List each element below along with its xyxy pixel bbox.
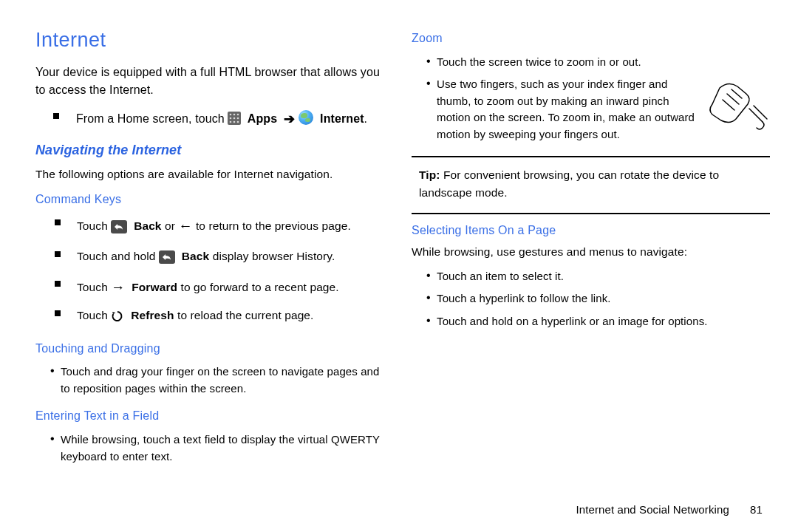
tip-box: Tip: For convenient browsing, you can ro… — [412, 165, 770, 202]
globe-icon — [299, 110, 313, 125]
page-number: 81 — [750, 503, 763, 516]
page-title: Internet — [35, 25, 385, 56]
text: Touch and hold — [77, 250, 159, 262]
back-curved-arrow-icon — [111, 220, 127, 238]
text: Touching and Dragging — [35, 342, 160, 355]
svg-point-9 — [237, 121, 239, 123]
list-item: Touch and hold Back display browser Hist… — [55, 243, 385, 273]
footer-section-label: Internet and Social Networking — [576, 503, 729, 516]
tip-label: Tip: — [419, 168, 440, 181]
list-item: Touch → Forward to go forward to a recen… — [55, 273, 385, 303]
refresh-icon — [111, 310, 124, 327]
svg-point-6 — [237, 117, 239, 120]
right-column: Zoom Touch the screen twice to zoom in o… — [412, 25, 770, 471]
text: or — [165, 219, 178, 232]
entering-text-heading: Entering Text in a Field — [35, 407, 385, 426]
list-item: While browsing, touch a text field to di… — [50, 429, 385, 468]
zoom-list: Touch the screen twice to zoom in or out… — [412, 51, 770, 146]
divider — [412, 213, 770, 214]
back-label: Back — [178, 250, 209, 262]
touch-drag-list: Touch and drag your finger on the screen… — [35, 361, 385, 400]
forward-label: Forward — [129, 281, 177, 293]
text: to return to the previous page. — [196, 219, 351, 232]
internet-label: Internet — [317, 112, 364, 125]
manual-page: Internet Your device is equipped with a … — [0, 0, 798, 532]
list-item: Touch Back or ← to return to the previou… — [55, 211, 385, 242]
refresh-label: Refresh — [128, 309, 174, 321]
svg-point-2 — [233, 114, 236, 116]
entering-text-list: While browsing, touch a text field to di… — [35, 429, 385, 468]
svg-point-7 — [230, 121, 232, 123]
svg-point-4 — [230, 117, 232, 120]
svg-point-1 — [230, 114, 232, 116]
zoom-heading: Zoom — [412, 30, 770, 48]
two-column-layout: Internet Your device is equipped with a … — [35, 25, 770, 471]
forward-arrow-icon: → — [111, 277, 125, 299]
list-item: Touch a hyperlink to follow the link. — [426, 287, 770, 310]
navigating-heading: Navigating the Internet — [35, 140, 385, 161]
selecting-list: Touch an item to select it. Touch a hype… — [412, 265, 770, 333]
list-item: Use two fingers, such as your index fing… — [426, 73, 770, 146]
divider — [412, 156, 770, 157]
selecting-intro: While browsing, use gestures and menus t… — [412, 243, 770, 261]
tip-text: For convenient browsing, you can rotate … — [419, 168, 719, 198]
text: Touch — [77, 219, 111, 232]
instruction-prefix: From a Home screen, touch — [76, 112, 228, 125]
list-item: Touch and hold on a hyperlink or an imag… — [426, 310, 770, 333]
navigating-intro: The following options are available for … — [35, 166, 385, 183]
command-keys-list: Touch Back or ← to return to the previou… — [35, 211, 385, 332]
svg-point-8 — [233, 121, 236, 123]
list-item: Touch and drag your finger on the screen… — [50, 361, 385, 400]
back-label: Back — [131, 219, 162, 232]
apps-grid-icon — [228, 112, 241, 125]
text: display browser History. — [213, 250, 335, 262]
svg-point-3 — [237, 114, 239, 116]
pinch-gesture-icon — [705, 79, 770, 132]
touching-dragging-heading: Touching and Dragging — [35, 340, 385, 358]
text: Touch — [77, 309, 111, 321]
text: Touch — [77, 281, 111, 293]
intro-text: Your device is equipped with a full HTML… — [35, 64, 385, 99]
square-bullet-icon — [53, 113, 59, 119]
left-column: Internet Your device is equipped with a … — [35, 25, 385, 471]
text: Use two fingers, such as your index fing… — [437, 78, 695, 140]
text: to go forward to a recent page. — [181, 281, 339, 293]
svg-point-5 — [233, 117, 236, 120]
list-item: Touch the screen twice to zoom in or out… — [426, 51, 770, 74]
back-curved-arrow-icon — [159, 250, 175, 268]
arrow-right-icon: ➔ — [284, 109, 295, 130]
command-keys-heading: Command Keys — [35, 191, 385, 209]
apps-label: Apps — [245, 112, 281, 125]
home-screen-instruction: From a Home screen, touch Apps ➔ Intern — [35, 109, 385, 130]
text: to reload the current page. — [177, 309, 314, 321]
list-item: Touch Refresh to reload the current page… — [55, 302, 385, 332]
list-item: Touch an item to select it. — [426, 265, 770, 288]
page-footer: Internet and Social Networking 81 — [576, 503, 763, 516]
left-arrow-icon: ← — [178, 216, 192, 237]
selecting-items-heading: Selecting Items On a Page — [412, 222, 770, 240]
